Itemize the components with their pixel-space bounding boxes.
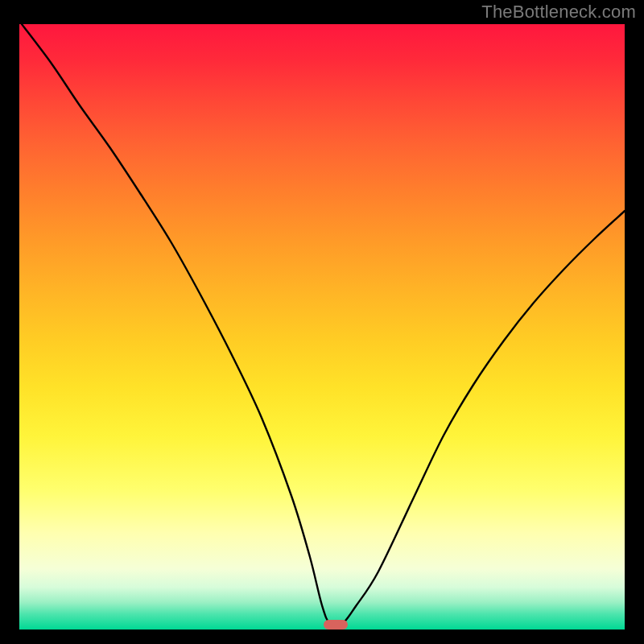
chart-frame: TheBottleneck.com [0, 0, 644, 644]
watermark-text: TheBottleneck.com [481, 2, 636, 23]
optimal-point-marker [324, 620, 348, 630]
chart-plot-area [19, 24, 625, 630]
bottleneck-curve [22, 24, 625, 626]
chart-curve-svg [19, 24, 625, 630]
